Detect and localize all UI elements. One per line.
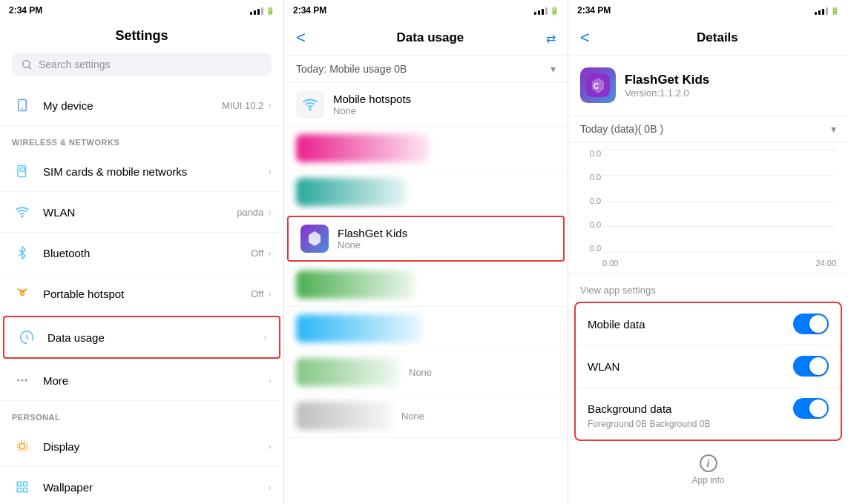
chart-y-labels: 0.0 0.0 0.0 0.0 0.0 <box>580 149 601 253</box>
blurred-item-3[interactable] <box>284 263 568 307</box>
background-data-row[interactable]: Background data Foreground 0B Background… <box>576 388 841 440</box>
chart-line-3 <box>602 226 836 227</box>
wifi-icon <box>12 202 33 222</box>
status-icons-middle: 🔋 <box>534 6 559 15</box>
signal-left <box>250 6 263 15</box>
data-usage-row[interactable]: Data usage › <box>3 316 280 359</box>
more-row[interactable]: More › <box>0 360 283 401</box>
info-icon: i <box>700 454 717 472</box>
bluetooth-label: Bluetooth <box>43 247 251 259</box>
app-icon-large: C <box>580 67 616 103</box>
flashget-icon: C <box>300 225 329 253</box>
display-row[interactable]: Display › <box>0 426 283 467</box>
svg-text:C: C <box>594 82 599 90</box>
blurred-item-2[interactable] <box>284 170 568 214</box>
usage-period-text: Today: Mobile usage 0B <box>296 63 550 75</box>
status-bar-left: 2:34 PM 🔋 <box>0 0 283 21</box>
svg-rect-5 <box>20 168 24 172</box>
chart-line-4 <box>602 252 836 253</box>
mobile-data-row[interactable]: Mobile data <box>576 303 841 345</box>
chart-x-labels: 0:00 24:00 <box>602 259 836 268</box>
y-label-4: 0.0 <box>580 244 601 253</box>
blurred-item-4[interactable] <box>284 307 568 351</box>
search-box[interactable]: Search settings <box>12 53 272 76</box>
svg-point-7 <box>21 292 24 296</box>
app-info-button[interactable]: i App info <box>568 447 848 493</box>
wallpaper-row[interactable]: Wallpaper › <box>0 467 283 504</box>
svg-line-1 <box>29 67 31 69</box>
sim-label: SIM cards & mobile networks <box>43 165 268 178</box>
wireless-header: WIRELESS & NETWORKS <box>0 126 283 151</box>
bluetooth-row[interactable]: Bluetooth Off › <box>0 233 283 273</box>
chart-lines <box>602 149 836 253</box>
background-data-sub: Foreground 0B Background 0B <box>588 419 710 429</box>
blurred-6-amount: None <box>401 411 424 422</box>
my-device-row[interactable]: My device MIUI 10.2 › <box>0 85 283 126</box>
wallpaper-icon <box>12 477 33 497</box>
signal-middle <box>534 6 548 15</box>
y-label-3: 0.0 <box>580 220 601 229</box>
background-data-row-inner: Background data <box>588 398 829 419</box>
device-icon <box>12 95 33 116</box>
chevron-wlan: › <box>268 206 272 218</box>
today-bar[interactable]: Today (data)( 0B ) ▾ <box>568 116 848 143</box>
back-button-middle[interactable]: < <box>296 28 306 47</box>
chevron-wallpaper: › <box>268 481 272 493</box>
app-info-block: FlashGet Kids Version:1.1.2.0 <box>625 73 709 99</box>
battery-middle: 🔋 <box>550 7 559 15</box>
hotspot-usage-item[interactable]: Mobile hotspots None <box>284 83 568 127</box>
hotspot-icon <box>12 283 33 304</box>
blurred-item-1[interactable] <box>284 127 568 170</box>
data-usage-icon <box>16 327 37 348</box>
back-button-right[interactable]: < <box>580 28 590 47</box>
app-header: C FlashGet Kids Version:1.1.2.0 <box>568 56 848 116</box>
status-bar-middle: 2:34 PM 🔋 <box>284 0 568 21</box>
display-icon <box>12 436 33 457</box>
data-usage-title: Data usage <box>315 30 546 45</box>
svg-point-11 <box>19 443 25 449</box>
status-bar-right: 2:34 PM 🔋 <box>568 0 848 21</box>
sim-row[interactable]: SIM cards & mobile networks › <box>0 151 283 192</box>
mobile-data-toggle[interactable] <box>793 314 829 334</box>
x-label-end: 24:00 <box>815 259 836 268</box>
blurred-bar-6 <box>296 402 392 430</box>
svg-point-12 <box>17 441 27 451</box>
blurred-bar-5 <box>296 358 400 386</box>
usage-dropdown[interactable]: Today: Mobile usage 0B ▾ <box>284 56 568 83</box>
mobile-data-label: Mobile data <box>588 318 793 331</box>
svg-text:C: C <box>311 236 315 243</box>
display-label: Display <box>43 440 268 453</box>
wlan-toggle-row[interactable]: WLAN <box>576 345 841 388</box>
wlan-toggle[interactable] <box>793 356 829 377</box>
flashget-usage-item[interactable]: C FlashGet Kids None <box>287 216 565 262</box>
blurred-bar-1 <box>296 134 430 162</box>
wlan-toggle-label: WLAN <box>588 360 793 373</box>
hotspot-usage-icon <box>296 90 324 119</box>
svg-point-8 <box>17 379 19 382</box>
wlan-row[interactable]: WLAN panda › <box>0 192 283 233</box>
hotspot-usage-amount: None <box>333 105 411 116</box>
blurred-item-5[interactable]: None <box>284 351 568 394</box>
blurred-5-amount: None <box>409 367 432 378</box>
today-dropdown-arrow: ▾ <box>831 123 836 135</box>
battery-right: 🔋 <box>830 7 839 15</box>
y-label-2: 0.0 <box>580 196 601 205</box>
toggle-section: Mobile data WLAN Background data Foregro… <box>574 302 842 441</box>
background-data-toggle[interactable] <box>793 398 829 419</box>
search-placeholder: Search settings <box>39 59 111 70</box>
svg-point-10 <box>25 379 27 382</box>
filter-icon[interactable]: ⇄ <box>546 31 556 45</box>
hotspot-label: Portable hotspot <box>43 288 251 300</box>
blurred-item-6[interactable]: None <box>284 394 568 438</box>
hotspot-row[interactable]: Portable hotspot Off › <box>0 273 283 314</box>
view-settings-label: View app settings <box>568 274 848 302</box>
wallpaper-label: Wallpaper <box>43 481 268 494</box>
chevron-data: › <box>263 331 267 343</box>
dropdown-arrow: ▾ <box>550 63 556 75</box>
svg-point-6 <box>22 216 23 217</box>
personal-header: PERSONAL <box>0 401 283 426</box>
more-icon <box>12 370 33 391</box>
background-data-label: Background data <box>588 402 793 415</box>
app-name: FlashGet Kids <box>625 73 709 87</box>
status-icons-left: 🔋 <box>250 6 275 15</box>
